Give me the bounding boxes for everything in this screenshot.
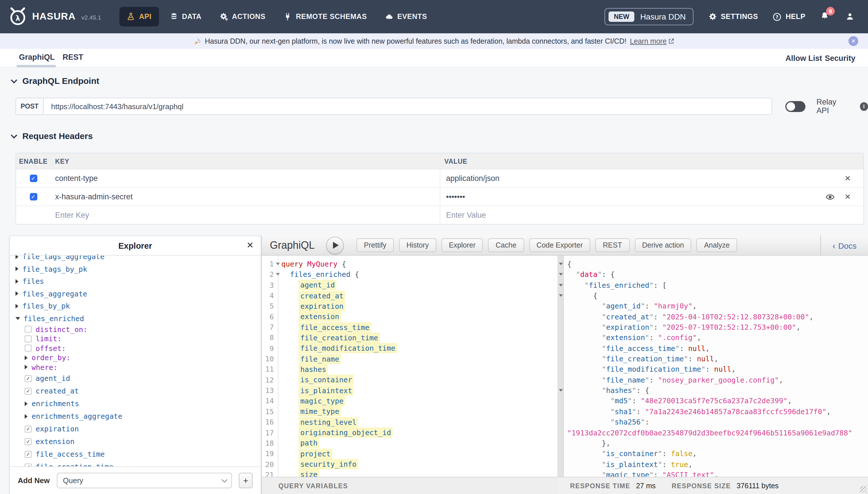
field-checkbox[interactable]: ✓ bbox=[25, 438, 32, 445]
explorer-item-enrichments_aggregate[interactable]: enrichments_aggregate bbox=[16, 410, 261, 422]
explorer-item-file_creation_time[interactable]: ✓file_creation_time bbox=[16, 460, 261, 467]
explorer-item-files_enriched[interactable]: files_enriched bbox=[16, 312, 261, 325]
remove-header-icon[interactable]: ✕ bbox=[845, 193, 851, 201]
relay-api-toggle[interactable] bbox=[785, 101, 806, 112]
info-icon[interactable]: i bbox=[860, 102, 868, 111]
hasura-ddn-button[interactable]: NEW Hasura DDN bbox=[605, 8, 693, 25]
toolbar-button-history[interactable]: History bbox=[399, 239, 436, 252]
field-checkbox[interactable] bbox=[25, 326, 32, 333]
field-checkbox[interactable]: ✓ bbox=[25, 375, 32, 382]
header-enabled-checkbox[interactable]: ✓ bbox=[29, 175, 37, 182]
query-line[interactable]: created_at bbox=[281, 291, 557, 301]
notifications-button[interactable]: 8 bbox=[820, 12, 831, 22]
query-line[interactable]: file_access_time bbox=[281, 322, 557, 333]
query-line[interactable]: query MyQuery { bbox=[281, 259, 557, 270]
help-button[interactable]: ? HELP bbox=[773, 12, 805, 21]
explorer-item-offset[interactable]: offset: bbox=[16, 343, 261, 353]
query-variables-bar[interactable]: QUERY VARIABLES bbox=[262, 477, 557, 494]
nav-tab-data[interactable]: DATA bbox=[162, 7, 209, 26]
learn-more-link[interactable]: Learn more bbox=[630, 37, 674, 45]
explorer-item-expiration[interactable]: ✓expiration bbox=[16, 422, 261, 435]
explorer-item-where[interactable]: where: bbox=[16, 362, 261, 372]
collapse-arrow-icon[interactable] bbox=[16, 317, 20, 320]
expand-arrow-icon[interactable] bbox=[25, 401, 27, 406]
hasura-logo[interactable]: λ HASURA v2.45.1 bbox=[0, 7, 109, 26]
query-line[interactable]: nesting_level bbox=[281, 417, 557, 428]
explorer-item-files[interactable]: files bbox=[16, 275, 261, 287]
query-line[interactable]: is_container bbox=[281, 375, 557, 386]
query-line[interactable]: originating_object_id bbox=[281, 428, 557, 438]
query-line[interactable]: agent_id bbox=[281, 280, 557, 291]
nav-tab-actions[interactable]: ACTIONS bbox=[212, 7, 273, 26]
value-cell[interactable]: application/json✕ bbox=[440, 169, 863, 187]
tab-rest[interactable]: REST bbox=[63, 49, 83, 65]
field-checkbox[interactable]: ✓ bbox=[25, 425, 32, 432]
query-line[interactable]: project bbox=[281, 449, 557, 459]
toolbar-button-rest[interactable]: REST bbox=[595, 239, 630, 252]
key-cell[interactable]: content-type bbox=[51, 174, 440, 183]
explorer-item-files_aggregate[interactable]: files_aggregate bbox=[16, 287, 261, 300]
graphql-endpoint-heading[interactable]: GraphQL Endpoint bbox=[11, 76, 99, 86]
expand-arrow-icon[interactable] bbox=[25, 414, 27, 418]
tab-graphiql[interactable]: GraphiQL bbox=[19, 49, 55, 65]
nav-tab-api[interactable]: API bbox=[119, 7, 159, 26]
query-line[interactable]: expiration bbox=[281, 301, 557, 312]
endpoint-url-input[interactable] bbox=[44, 98, 772, 114]
add-query-button[interactable]: + bbox=[239, 473, 253, 488]
explorer-item-file_access_time[interactable]: ✓file_access_time bbox=[16, 448, 261, 460]
fold-arrow-icon[interactable] bbox=[276, 273, 280, 276]
query-line[interactable]: mime_type bbox=[281, 407, 557, 417]
toolbar-button-code-exporter[interactable]: Code Exporter bbox=[529, 239, 590, 252]
field-checkbox[interactable] bbox=[25, 336, 32, 342]
field-checkbox[interactable]: ✓ bbox=[25, 463, 32, 467]
explorer-item-file_tags_by_pk[interactable]: file_tags_by_pk bbox=[16, 263, 261, 275]
toolbar-button-explorer[interactable]: Explorer bbox=[441, 239, 483, 252]
expand-arrow-icon[interactable] bbox=[25, 365, 27, 369]
fold-arrow-icon[interactable] bbox=[559, 273, 563, 276]
explorer-item-distinct_on[interactable]: distinct_on: bbox=[16, 325, 261, 334]
query-line[interactable]: magic_type bbox=[281, 396, 557, 407]
query-line[interactable]: hashes bbox=[281, 364, 557, 375]
user-menu-button[interactable] bbox=[846, 12, 855, 21]
header-enabled-checkbox[interactable]: ✓ bbox=[29, 193, 37, 201]
explorer-close-icon[interactable]: ✕ bbox=[246, 240, 254, 250]
fold-arrow-icon[interactable] bbox=[559, 284, 563, 286]
query-line[interactable]: file_name bbox=[281, 354, 557, 364]
fold-arrow-icon[interactable] bbox=[559, 389, 563, 392]
new-header-key-input[interactable] bbox=[55, 211, 435, 220]
remove-header-icon[interactable]: ✕ bbox=[845, 175, 851, 182]
fold-arrow-icon[interactable] bbox=[276, 263, 280, 265]
explorer-item-enrichments[interactable]: enrichments bbox=[16, 397, 261, 410]
query-line[interactable]: files_enriched { bbox=[281, 270, 557, 280]
field-checkbox[interactable]: ✓ bbox=[25, 387, 32, 394]
fold-arrow-icon[interactable] bbox=[559, 294, 563, 297]
fold-arrow-icon[interactable] bbox=[559, 263, 563, 265]
link-allow-list[interactable]: Allow List bbox=[786, 49, 822, 68]
explorer-item-agent_id[interactable]: ✓agent_id bbox=[16, 372, 261, 384]
toolbar-button-cache[interactable]: Cache bbox=[488, 239, 524, 252]
new-header-value-input[interactable] bbox=[446, 211, 859, 220]
toolbar-button-analyze[interactable]: Analyze bbox=[697, 239, 737, 252]
add-new-select[interactable]: Query bbox=[57, 473, 232, 488]
query-editor[interactable]: 12345678910111213141516171819202122 quer… bbox=[262, 255, 557, 477]
query-line[interactable]: size bbox=[281, 470, 557, 477]
nav-tab-events[interactable]: EVENTS bbox=[378, 7, 435, 26]
expand-arrow-icon[interactable] bbox=[16, 304, 18, 308]
expand-arrow-icon[interactable] bbox=[16, 267, 18, 271]
editor-code[interactable]: query MyQuery { files_enriched { agent_i… bbox=[278, 255, 557, 477]
execute-query-button[interactable] bbox=[326, 236, 344, 254]
value-cell[interactable]: •••••••✕ bbox=[440, 188, 863, 206]
explorer-item-limit[interactable]: limit: bbox=[16, 334, 261, 343]
query-line[interactable]: security_info bbox=[281, 459, 557, 470]
explorer-item-order_by[interactable]: order_by: bbox=[16, 353, 261, 362]
key-cell[interactable]: x-hasura-admin-secret bbox=[51, 192, 440, 201]
explorer-item-created_at[interactable]: ✓created_at bbox=[16, 384, 261, 397]
query-line[interactable]: extension bbox=[281, 311, 557, 322]
query-line[interactable]: is_plaintext bbox=[281, 385, 557, 396]
docs-link[interactable]: ‹ Docs bbox=[832, 241, 856, 250]
explorer-item-files_by_pk[interactable]: files_by_pk bbox=[16, 300, 261, 312]
nav-tab-remote-schemas[interactable]: REMOTE SCHEMAS bbox=[276, 7, 374, 26]
expand-arrow-icon[interactable] bbox=[16, 291, 18, 296]
expand-arrow-icon[interactable] bbox=[25, 356, 27, 360]
query-line[interactable]: file_modification_time bbox=[281, 343, 557, 354]
